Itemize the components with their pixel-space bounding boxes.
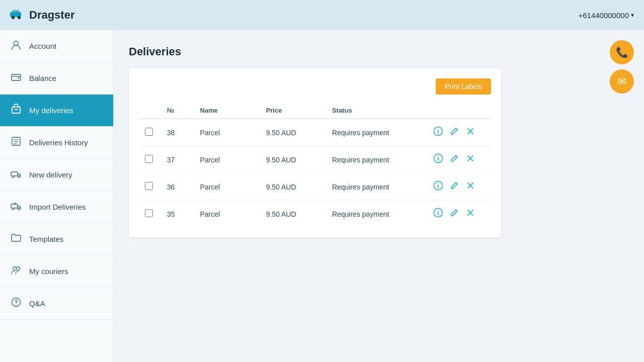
svg-point-22	[438, 156, 439, 157]
row-actions-1	[425, 146, 491, 173]
info-button-2[interactable]	[431, 179, 445, 194]
row-name-1: Parcel	[194, 146, 260, 173]
fab-area: 📞 ✉	[610, 40, 634, 94]
row-price-0: 9.50 AUD	[260, 119, 326, 146]
logo-text: Dragster	[29, 9, 74, 22]
wallet-icon	[10, 71, 22, 85]
svg-point-11	[18, 176, 20, 178]
card-toolbar: Print Labels	[139, 78, 491, 95]
row-number-2: 36	[161, 173, 194, 201]
row-status-1: Requires payment	[326, 146, 425, 173]
deliveries-card: Print Labels № Name Price Status	[129, 68, 501, 237]
table-header-row: № Name Price Status	[139, 103, 491, 119]
folder-icon	[10, 232, 22, 246]
row-checkbox-3[interactable]	[145, 209, 153, 217]
row-checkbox-cell-2	[139, 173, 161, 201]
row-price-1: 9.50 AUD	[260, 146, 326, 173]
th-name: Name	[194, 103, 260, 119]
row-number-1: 37	[161, 146, 194, 173]
delete-button-3[interactable]	[463, 207, 477, 221]
table-row: 38 Parcel 9.50 AUD Requires payment	[139, 119, 491, 146]
row-status-3: Requires payment	[326, 201, 425, 228]
question-icon	[10, 297, 22, 310]
fab-phone-button[interactable]: 📞	[610, 40, 634, 64]
edit-button-0[interactable]	[447, 125, 461, 140]
edit-button-1[interactable]	[447, 152, 461, 167]
svg-rect-5	[12, 74, 21, 80]
delete-button-0[interactable]	[463, 125, 477, 140]
logo-icon	[10, 8, 24, 22]
svg-rect-6	[18, 77, 20, 79]
row-name-3: Parcel	[194, 201, 260, 228]
th-price: Price	[260, 103, 326, 119]
mail-fab-icon: ✉	[618, 75, 626, 87]
sidebar-item-my-couriers[interactable]: My couriers	[0, 255, 113, 288]
app-body: Account Balance My deliveries	[0, 30, 644, 362]
sidebar-item-qa[interactable]: Q&A	[0, 288, 113, 320]
sidebar-label-balance: Balance	[29, 74, 56, 82]
row-number-0: 38	[161, 119, 194, 146]
row-name-2: Parcel	[194, 173, 260, 201]
row-actions-0	[425, 119, 491, 146]
fab-mail-button[interactable]: ✉	[610, 69, 634, 94]
phone-button[interactable]: +61440000000	[578, 11, 634, 20]
svg-point-24	[438, 184, 439, 185]
sidebar-label-templates: Templates	[29, 235, 63, 243]
sidebar-label-new-delivery: New delivery	[29, 170, 72, 179]
delete-button-1[interactable]	[463, 152, 477, 167]
sidebar-item-new-delivery[interactable]: New delivery	[0, 159, 113, 191]
app-header: Dragster +61440000000	[0, 0, 644, 30]
sidebar-label-my-deliveries: My deliveries	[29, 106, 73, 115]
sidebar-item-balance[interactable]: Balance	[0, 62, 113, 95]
svg-point-14	[18, 208, 20, 210]
svg-point-20	[438, 129, 439, 130]
row-name-0: Parcel	[194, 119, 260, 146]
svg-rect-12	[11, 204, 18, 208]
svg-point-18	[16, 304, 17, 305]
th-status: Status	[326, 103, 425, 119]
info-button-3[interactable]	[431, 207, 445, 221]
info-button-0[interactable]	[431, 125, 445, 140]
edit-button-3[interactable]	[447, 207, 461, 221]
sidebar-item-import-deliveries[interactable]: Import Deliveries	[0, 191, 113, 223]
sidebar-item-deliveries-history[interactable]: Deliveries History	[0, 127, 113, 159]
sidebar-item-account[interactable]: Account	[0, 30, 113, 62]
svg-point-26	[438, 211, 439, 212]
row-checkbox-1[interactable]	[145, 155, 153, 163]
row-checkbox-cell-3	[139, 201, 161, 228]
row-number-3: 35	[161, 201, 194, 228]
svg-point-16	[17, 267, 20, 270]
table-row: 36 Parcel 9.50 AUD Requires payment	[139, 173, 491, 201]
person-icon	[10, 39, 22, 53]
svg-point-13	[12, 208, 14, 210]
svg-rect-1	[12, 10, 19, 14]
truck-import-icon	[10, 200, 22, 214]
row-status-2: Requires payment	[326, 173, 425, 201]
table-row: 37 Parcel 9.50 AUD Requires payment	[139, 146, 491, 173]
page-title: Deliveries	[129, 45, 629, 58]
edit-button-2[interactable]	[447, 179, 461, 194]
sidebar-label-deliveries-history: Deliveries History	[29, 138, 88, 147]
row-checkbox-2[interactable]	[145, 182, 153, 190]
sidebar-item-templates[interactable]: Templates	[0, 223, 113, 255]
delete-button-2[interactable]	[463, 179, 477, 194]
info-button-1[interactable]	[431, 152, 445, 167]
svg-point-3	[18, 16, 21, 19]
deliveries-table: № Name Price Status 38 Parcel 9.50 AUD R…	[139, 103, 491, 227]
row-price-2: 9.50 AUD	[260, 173, 326, 201]
row-actions-3	[425, 201, 491, 228]
row-checkbox-0[interactable]	[145, 128, 153, 136]
svg-rect-7	[12, 107, 20, 113]
logo-area: Dragster	[10, 8, 74, 22]
sidebar-label-my-couriers: My couriers	[29, 267, 68, 276]
couriers-icon	[10, 264, 22, 278]
svg-rect-9	[11, 172, 18, 176]
box-icon	[10, 104, 22, 117]
svg-point-2	[12, 16, 15, 19]
main-content: Deliveries Print Labels № Name Price Sta…	[114, 30, 644, 362]
row-actions-2	[425, 173, 491, 201]
truck-icon	[10, 168, 22, 182]
sidebar-item-my-deliveries[interactable]: My deliveries	[0, 95, 113, 127]
th-checkbox	[139, 103, 161, 119]
print-labels-button[interactable]: Print Labels	[436, 78, 491, 95]
